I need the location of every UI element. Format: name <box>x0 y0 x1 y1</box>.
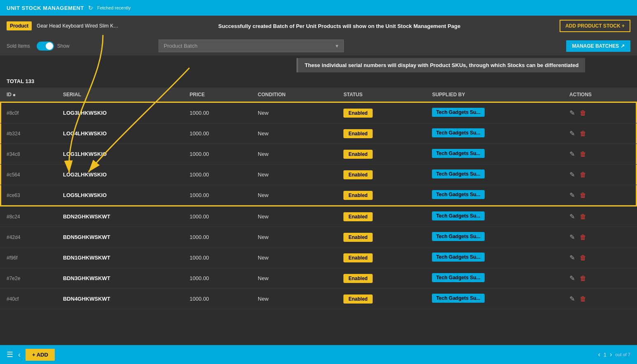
cell-serial: LOG3LHKWSKIO <box>56 102 183 123</box>
cell-condition: New <box>251 206 337 227</box>
delete-icon[interactable]: 🗑 <box>580 213 586 220</box>
supplier-badge: Tech Gadgets Su... <box>432 232 484 241</box>
prev-page-button[interactable]: ‹ <box>598 351 600 358</box>
table-container: ID ■ SERIAL PRICE CONDITION STATUS SUPPL… <box>0 88 637 345</box>
cell-actions: ✎ 🗑 <box>563 289 637 309</box>
app-title: UNIT STOCK MANAGEMENT <box>7 5 84 11</box>
actions-cell: ✎ 🗑 <box>569 109 630 117</box>
cell-serial: BDN1GHKWSKWT <box>56 248 183 268</box>
cell-supplier: Tech Gadgets Su... <box>425 289 562 309</box>
chevron-down-icon: ▾ <box>336 43 338 49</box>
delete-icon[interactable]: 🗑 <box>580 254 586 262</box>
delete-icon[interactable]: 🗑 <box>580 192 586 199</box>
batch-select-placeholder: Product Batch <box>164 43 198 49</box>
cell-price: 1000.00 <box>183 165 252 185</box>
cell-status: Enabled <box>337 144 425 165</box>
cell-supplier: Tech Gadgets Su... <box>425 185 562 206</box>
batch-select-wrapper: Product Batch ▾ <box>159 39 344 52</box>
delete-icon[interactable]: 🗑 <box>580 109 586 117</box>
edit-icon[interactable]: ✎ <box>569 233 575 241</box>
cell-status: Enabled <box>337 248 425 268</box>
back-button[interactable]: ‹ <box>18 350 21 359</box>
page-number: 1 <box>604 352 607 358</box>
delete-icon[interactable]: 🗑 <box>580 234 586 241</box>
edit-icon[interactable]: ✎ <box>569 274 575 282</box>
edit-icon[interactable]: ✎ <box>569 150 575 158</box>
cell-serial: BDN2GHKWSKWT <box>56 206 183 227</box>
edit-icon[interactable]: ✎ <box>569 109 575 117</box>
next-page-button[interactable]: › <box>610 351 612 358</box>
actions-cell: ✎ 🗑 <box>569 295 630 303</box>
table-row: #c564 LOG2LHKWSKIO 1000.00 New Enabled T… <box>0 165 637 185</box>
cell-price: 1000.00 <box>183 144 252 165</box>
table-row: #8c24 BDN2GHKWSKWT 1000.00 New Enabled T… <box>0 206 637 227</box>
cell-supplier: Tech Gadgets Su... <box>425 144 562 165</box>
cell-actions: ✎ 🗑 <box>563 248 637 268</box>
actions-cell: ✎ 🗑 <box>569 130 630 137</box>
cell-condition: New <box>251 123 337 144</box>
info-message: These individual serial numbers will dis… <box>296 58 585 72</box>
fetched-status: Fetched recently <box>97 5 131 10</box>
edit-icon[interactable]: ✎ <box>569 191 575 199</box>
pagination-info: ‹ 1 › out of 7 <box>598 351 630 358</box>
cell-status: Enabled <box>337 268 425 289</box>
edit-icon[interactable]: ✎ <box>569 213 575 220</box>
top-bar: UNIT STOCK MANAGEMENT ↻ Fetched recently <box>0 0 637 16</box>
cell-serial: BDN3GHKWSKWT <box>56 268 183 289</box>
cell-actions: ✎ 🗑 <box>563 206 637 227</box>
delete-icon[interactable]: 🗑 <box>580 171 586 179</box>
add-product-stock-button[interactable]: ADD PRODUCT STOCK + <box>560 20 630 32</box>
cell-price: 1000.00 <box>183 268 252 289</box>
cell-id: #40cf <box>0 289 56 309</box>
delete-icon[interactable]: 🗑 <box>580 151 586 158</box>
table-row: #8c0f LOG3LHKWSKIO 1000.00 New Enabled T… <box>0 102 637 123</box>
batch-select[interactable]: Product Batch ▾ <box>159 39 344 52</box>
cell-supplier: Tech Gadgets Su... <box>425 165 562 185</box>
add-button[interactable]: + ADD <box>26 349 55 361</box>
sold-items-toggle[interactable] <box>37 42 54 51</box>
cell-price: 1000.00 <box>183 185 252 206</box>
cell-id: #34c8 <box>0 144 56 165</box>
cell-id: #8c24 <box>0 206 56 227</box>
delete-icon[interactable]: 🗑 <box>580 130 586 137</box>
cell-id: #b324 <box>0 123 56 144</box>
cell-supplier: Tech Gadgets Su... <box>425 206 562 227</box>
manage-batches-button[interactable]: MANAGE BATCHES ↗ <box>566 40 630 52</box>
cell-id: #f96f <box>0 248 56 268</box>
actions-cell: ✎ 🗑 <box>569 171 630 179</box>
hamburger-button[interactable]: ☰ <box>7 350 13 359</box>
edit-icon[interactable]: ✎ <box>569 295 575 303</box>
status-badge: Enabled <box>343 129 373 138</box>
total-count: TOTAL 133 <box>7 78 34 84</box>
cell-serial: BDN5GHKWSKWT <box>56 227 183 248</box>
cell-serial: LOG1LHKWSKIO <box>56 144 183 165</box>
cell-supplier: Tech Gadgets Su... <box>425 248 562 268</box>
status-badge: Enabled <box>343 170 373 179</box>
delete-icon[interactable]: 🗑 <box>580 275 586 282</box>
delete-icon[interactable]: 🗑 <box>580 295 586 303</box>
table-row: #40cf BDN4GHKWSKWT 1000.00 New Enabled T… <box>0 289 637 309</box>
cell-price: 1000.00 <box>183 123 252 144</box>
cell-status: Enabled <box>337 123 425 144</box>
table-row: #f96f BDN1GHKWSKWT 1000.00 New Enabled T… <box>0 248 637 268</box>
product-value: Gear Head Keyboard Wired Slim Keyboard .… <box>37 23 119 29</box>
col-id: ID ■ <box>0 88 56 102</box>
refresh-icon[interactable]: ↻ <box>88 5 93 11</box>
cell-condition: New <box>251 144 337 165</box>
edit-icon[interactable]: ✎ <box>569 130 575 137</box>
cell-actions: ✎ 🗑 <box>563 165 637 185</box>
main-container: Product Gear Head Keyboard Wired Slim Ke… <box>0 16 637 345</box>
actions-cell: ✎ 🗑 <box>569 191 630 199</box>
cell-condition: New <box>251 268 337 289</box>
cell-condition: New <box>251 227 337 248</box>
edit-icon[interactable]: ✎ <box>569 171 575 179</box>
edit-icon[interactable]: ✎ <box>569 254 575 262</box>
table-row: #42d4 BDN5GHKWSKWT 1000.00 New Enabled T… <box>0 227 637 248</box>
table-row: #b324 LOG4LHKWSKIO 1000.00 New Enabled T… <box>0 123 637 144</box>
supplier-badge: Tech Gadgets Su... <box>432 211 484 220</box>
actions-cell: ✎ 🗑 <box>569 150 630 158</box>
cell-condition: New <box>251 102 337 123</box>
table-header: ID ■ SERIAL PRICE CONDITION STATUS SUPPL… <box>0 88 637 102</box>
col-condition: CONDITION <box>251 88 337 102</box>
cell-actions: ✎ 🗑 <box>563 185 637 206</box>
